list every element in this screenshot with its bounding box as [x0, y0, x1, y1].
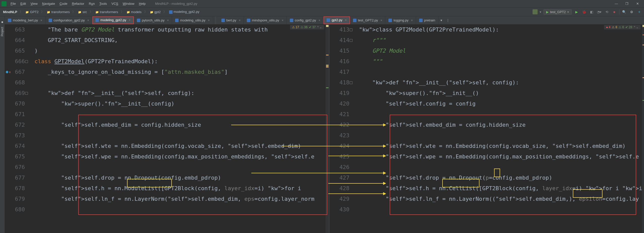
tab-config-gpt2[interactable]: config_gpt2.py× [287, 16, 324, 24]
minimap-right[interactable] [642, 24, 644, 233]
bc-2[interactable]: transformers [46, 10, 71, 14]
app-icon [2, 1, 7, 6]
menu-tools[interactable]: Tools [97, 1, 109, 6]
run-toolbar: ▾ ▶ test_GPT2 ▾ ▶ 🐞 ◧ ◔▾ ⟲ ■ 🔍 ⚙ ⟡ [533, 9, 642, 15]
editor-pane-left: ⚠ 17 ⚠ 36 ✔ 37 ^ ⌄ 663664665666667↟66866… [5, 24, 329, 233]
maximize-button[interactable]: ❐ [622, 1, 632, 6]
bc-file[interactable]: modeling_gpt2.py [168, 9, 200, 14]
tab-list-menu[interactable]: ⋮ [444, 16, 452, 24]
main-menu: File Edit View Navigate Code Refactor Ru… [9, 1, 148, 6]
menu-refactor[interactable]: Refactor [70, 1, 86, 6]
close-icon[interactable]: × [411, 19, 413, 22]
search-button[interactable]: 🔍 [621, 9, 627, 15]
window-title: MindNLP - modeling_gpt2.py [155, 2, 611, 6]
nav-bar: MindNLP 〉 GPT2 〉 transformers 〉 src 〉 tr… [0, 8, 644, 16]
minimize-button[interactable]: — [611, 1, 621, 6]
tab-modeling-utils[interactable]: modeling_utils.py× [172, 16, 213, 24]
editor-area: modeling_bert.py× configuration_gpt2.py×… [5, 16, 644, 233]
python-icon [49, 19, 52, 22]
python-icon [290, 19, 293, 22]
settings-button[interactable]: ⚙ [629, 9, 634, 15]
menu-view[interactable]: View [28, 1, 39, 6]
tab-test-gpt2[interactable]: test_GPT2.py× [350, 16, 386, 24]
run-config-select[interactable]: ▶ test_GPT2 ▾ [543, 9, 572, 15]
python-icon [247, 19, 250, 22]
tab-gpt2[interactable]: gpt2.py× [324, 16, 350, 24]
coverage-button[interactable]: ◧ [589, 9, 594, 15]
python-icon [327, 18, 330, 22]
close-icon[interactable]: × [167, 19, 169, 22]
gutter-right: 4134144154164174184194204214224234244254… [329, 24, 353, 233]
close-icon[interactable]: × [208, 19, 210, 22]
run-config-name: test_GPT2 [550, 10, 566, 14]
tab-pytorch-utils[interactable]: pytorch_utils.py× [134, 16, 172, 24]
run-button[interactable]: ▶ [574, 9, 579, 15]
python-icon [137, 19, 140, 22]
python-icon [419, 19, 423, 22]
main-area: Project modeling_bert.py× configuration_… [0, 16, 644, 233]
python-icon [95, 18, 99, 22]
user-icon[interactable] [533, 9, 538, 14]
bc-5[interactable]: models [126, 10, 143, 14]
tab-bert[interactable]: bert.py× [218, 16, 244, 24]
close-icon[interactable]: × [41, 19, 42, 22]
ai-button[interactable]: ⟡ [636, 9, 642, 15]
close-icon[interactable]: × [239, 19, 240, 22]
source-left[interactable]: "The bare GPT2 Model transformer outputt… [29, 24, 329, 233]
attach-button[interactable]: ⟲ [604, 9, 610, 15]
bc-root[interactable]: MindNLP [2, 10, 18, 14]
profile-button[interactable]: ◔▾ [596, 9, 602, 15]
menu-vcs[interactable]: VCS [109, 1, 120, 6]
inspection-widget-left[interactable]: ⚠ 17 ⚠ 36 ✔ 37 ^ ⌄ [290, 25, 324, 29]
tab-pretrain[interactable]: pretrain [416, 16, 438, 24]
tool-project[interactable]: Project [0, 25, 5, 38]
tab-modeling-bert[interactable]: modeling_bert.py× [5, 16, 46, 24]
close-icon[interactable]: × [87, 19, 89, 22]
bc-6[interactable]: gpt2 [149, 10, 162, 14]
stop-button[interactable]: ■ [612, 9, 617, 15]
close-icon[interactable]: × [318, 19, 320, 22]
menu-edit[interactable]: Edit [18, 1, 28, 6]
breadcrumb: MindNLP 〉 GPT2 〉 transformers 〉 src 〉 tr… [2, 9, 533, 14]
code-right[interactable]: 4134144154164174184194204214224234244254… [329, 24, 644, 233]
close-icon[interactable]: × [282, 19, 284, 22]
menu-run[interactable]: Run [87, 1, 97, 6]
source-right[interactable]: "kw">class GPT2Model(GPT2PreTrainedModel… [353, 24, 644, 233]
bc-4[interactable]: transformers [94, 10, 119, 14]
menu-navigate[interactable]: Navigate [40, 1, 57, 6]
bc-1[interactable]: GPT2 [24, 10, 39, 14]
title-bar: File Edit View Navigate Code Refactor Ru… [0, 0, 644, 8]
close-icon[interactable]: × [129, 18, 131, 22]
close-icon[interactable]: × [345, 18, 347, 22]
tab-configuration-gpt2[interactable]: configuration_gpt2.py× [46, 16, 92, 24]
editor-pane-right: ● 4 ⚠ 8 ⚠ 6 ✔ 28 ^ ⌄ 4134144154164174184… [329, 24, 644, 233]
close-icon[interactable]: × [380, 19, 382, 22]
bc-3[interactable]: src [77, 10, 88, 14]
python-icon [221, 19, 225, 22]
menu-file[interactable]: File [9, 1, 18, 6]
tab-modeling-gpt2[interactable]: modeling_gpt2.py× [92, 16, 134, 24]
gutter-left: 663664665666667↟668669670671672673674675… [5, 24, 29, 233]
tab-mindspore-utils[interactable]: mindspore_utils.py× [244, 16, 287, 24]
python-icon [353, 19, 356, 22]
close-button[interactable]: ✕ [632, 1, 642, 6]
tool-left-gutter: Project [0, 16, 5, 233]
code-left[interactable]: 663664665666667↟668669670671672673674675… [5, 24, 329, 233]
python-icon [388, 19, 392, 22]
minimap-left[interactable] [326, 24, 329, 233]
python-icon [175, 19, 179, 22]
menu-help[interactable]: Help [137, 1, 148, 6]
tab-logging[interactable]: logging.py× [385, 16, 416, 24]
menu-code[interactable]: Code [58, 1, 69, 6]
inspection-widget-right[interactable]: ● 4 ⚠ 8 ⚠ 6 ✔ 28 ^ ⌄ [604, 25, 640, 29]
tab-overflow[interactable]: ▾ [438, 16, 444, 24]
file-tabs: modeling_bert.py× configuration_gpt2.py×… [5, 16, 644, 24]
editor-split: ⚠ 17 ⚠ 36 ✔ 37 ^ ⌄ 663664665666667↟66866… [5, 24, 644, 233]
python-icon [8, 19, 11, 22]
menu-window[interactable]: Window [121, 1, 136, 6]
debug-button[interactable]: 🐞 [581, 9, 587, 15]
